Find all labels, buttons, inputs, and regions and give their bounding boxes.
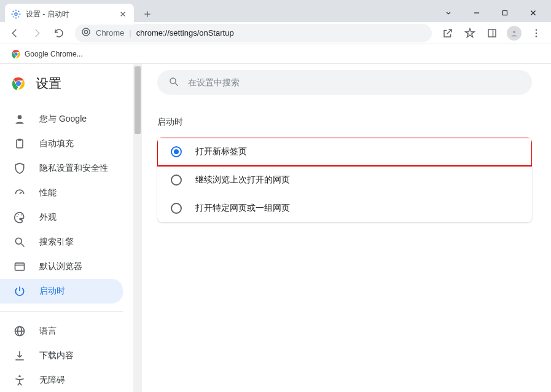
svg-point-28 (15, 238, 21, 244)
chrome-logo-icon (11, 76, 26, 91)
page-title: 设置 (36, 75, 61, 92)
sidebar-item-default-browser[interactable]: 默认浏览器 (0, 254, 123, 279)
chrome-favicon-icon (11, 49, 21, 59)
accessibility-icon (14, 374, 26, 386)
sidebar-item-label: 搜索引擎 (39, 237, 74, 248)
sidebar-item-label: 自动填充 (39, 138, 74, 149)
svg-line-24 (20, 192, 21, 194)
settings-gear-icon (11, 9, 21, 19)
tab-title: 设置 - 启动时 (26, 9, 113, 20)
window-chevron-icon[interactable] (434, 4, 463, 22)
option-label: 打开新标签页 (195, 146, 247, 157)
option-open-new-tab[interactable]: 打开新标签页 (157, 138, 532, 166)
sidebar-item-autofill[interactable]: 自动填充 (0, 131, 123, 156)
forward-button[interactable] (27, 23, 47, 43)
sidebar-item-label: 启动时 (39, 286, 65, 297)
divider (0, 311, 123, 312)
svg-rect-1 (503, 11, 507, 15)
svg-point-9 (82, 28, 90, 36)
svg-point-35 (18, 375, 20, 377)
bookmark-item[interactable]: Google Chrome... (7, 47, 87, 61)
sidebar-item-label: 无障碍 (39, 375, 65, 386)
window-close-button[interactable] (519, 4, 547, 22)
window-minimize-button[interactable] (463, 4, 491, 22)
shield-icon (14, 162, 26, 174)
svg-line-37 (175, 83, 178, 86)
sidebar-item-label: 默认浏览器 (39, 261, 82, 272)
svg-point-25 (17, 216, 18, 218)
svg-point-14 (536, 29, 537, 31)
clipboard-icon (14, 138, 26, 150)
palette-icon (14, 211, 26, 224)
sidebar-item-on-startup[interactable]: 启动时 (0, 279, 123, 304)
startup-options-card: 打开新标签页 继续浏览上次打开的网页 打开特定网页或一组网页 (157, 138, 532, 222)
window-maximize-button[interactable] (491, 4, 519, 22)
chrome-icon (81, 27, 91, 39)
sidebar-item-downloads[interactable]: 下载内容 (0, 343, 123, 368)
globe-icon (14, 325, 26, 337)
tab-close-button[interactable] (118, 9, 128, 19)
back-button[interactable] (5, 23, 25, 43)
sidebar-item-privacy[interactable]: 隐私设置和安全性 (0, 156, 123, 181)
address-bar[interactable]: Chrome | chrome://settings/onStartup (75, 24, 432, 42)
sidebar-item-you-and-google[interactable]: 您与 Google (0, 107, 123, 131)
svg-point-36 (170, 78, 176, 84)
sidebar-item-label: 您与 Google (39, 114, 87, 125)
svg-point-26 (18, 214, 20, 215)
sidebar-item-performance[interactable]: 性能 (0, 181, 123, 205)
sidebar: 设置 您与 Google 自动填充 隐私设置和安全性 性能 外观 (0, 64, 133, 392)
sidebar-item-label: 性能 (39, 187, 57, 198)
svg-point-18 (14, 52, 17, 55)
svg-point-21 (18, 115, 22, 119)
svg-rect-23 (18, 139, 21, 141)
bookmark-star-button[interactable] (460, 23, 480, 43)
menu-button[interactable] (526, 23, 546, 43)
power-icon (14, 285, 26, 297)
option-label: 打开特定网页或一组网页 (195, 203, 290, 214)
svg-point-10 (84, 30, 87, 33)
sidebar-item-label: 下载内容 (39, 350, 74, 361)
scrollbar[interactable] (133, 64, 142, 392)
address-prefix: Chrome (96, 28, 124, 37)
browser-icon (14, 261, 26, 273)
svg-point-13 (513, 31, 515, 33)
sidebar-item-accessibility[interactable]: 无障碍 (0, 368, 123, 392)
section-heading: 启动时 (157, 117, 532, 128)
sidebar-item-appearance[interactable]: 外观 (0, 205, 123, 230)
app-header: 设置 (0, 73, 133, 101)
svg-rect-30 (15, 263, 25, 270)
profile-button[interactable] (504, 23, 524, 43)
browser-tab[interactable]: 设置 - 启动时 (5, 4, 134, 25)
side-panel-button[interactable] (482, 23, 502, 43)
reload-button[interactable] (49, 23, 69, 43)
radio-unchecked-icon (171, 174, 182, 186)
share-button[interactable] (438, 23, 458, 43)
bookmark-label: Google Chrome... (25, 50, 83, 58)
new-tab-button[interactable] (139, 6, 156, 23)
svg-rect-22 (17, 139, 23, 147)
scrollbar-thumb[interactable] (135, 66, 141, 134)
svg-point-27 (21, 214, 22, 216)
search-icon (14, 236, 26, 248)
address-url: chrome://settings/onStartup (136, 28, 234, 37)
option-open-specific-pages[interactable]: 打开特定网页或一组网页 (157, 194, 532, 222)
svg-point-4 (15, 13, 17, 15)
speedometer-icon (14, 187, 26, 199)
settings-search-input[interactable] (188, 77, 521, 87)
sidebar-item-label: 语言 (39, 326, 57, 337)
option-continue-where-left-off[interactable]: 继续浏览上次打开的网页 (157, 166, 532, 194)
address-separator: | (129, 28, 131, 37)
sidebar-item-languages[interactable]: 语言 (0, 319, 123, 343)
radio-unchecked-icon (171, 203, 182, 214)
sidebar-item-label: 隐私设置和安全性 (39, 163, 108, 174)
option-label: 继续浏览上次打开的网页 (195, 174, 290, 186)
settings-search[interactable] (157, 70, 532, 95)
svg-point-20 (16, 81, 21, 86)
download-icon (14, 350, 26, 362)
search-icon (168, 76, 179, 89)
svg-point-16 (536, 35, 537, 37)
sidebar-item-search-engine[interactable]: 搜索引擎 (0, 230, 123, 254)
svg-rect-11 (488, 29, 496, 37)
main-content: 启动时 打开新标签页 继续浏览上次打开的网页 打开特定网页或一组网页 (142, 64, 551, 392)
svg-point-15 (536, 32, 537, 34)
